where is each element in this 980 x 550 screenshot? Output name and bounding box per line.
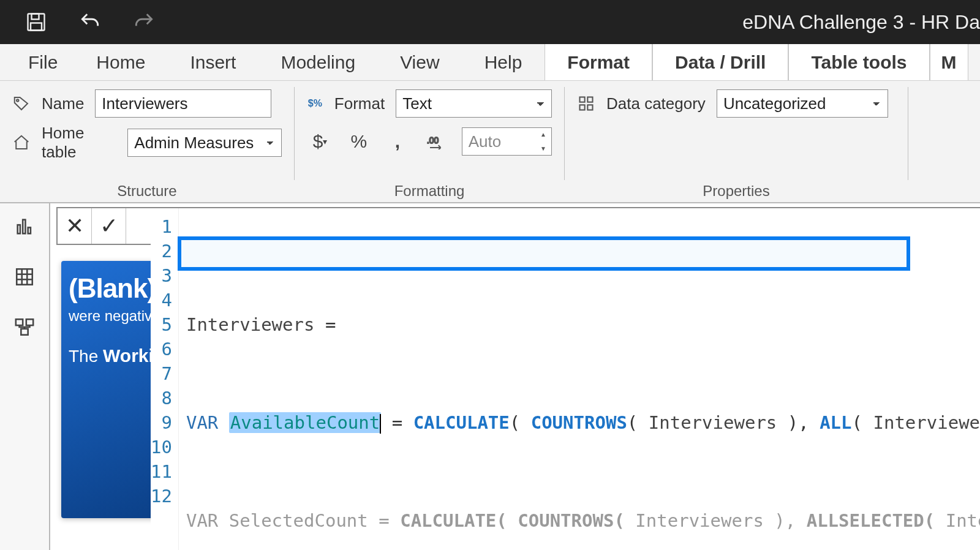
format-field: $% Format Text	[307, 89, 552, 118]
data-category-select[interactable]: Uncategorized	[717, 89, 888, 118]
group-label-properties: Properties	[565, 183, 908, 200]
code-line-2[interactable]: VAR AvailableCount = CALCULATE( COUNTROW…	[186, 410, 980, 435]
svg-rect-2	[31, 23, 42, 31]
decimals-spinbox[interactable]: Auto ▲▼	[462, 127, 552, 156]
workspace: (Blank) were negativ The Worki ✕ ✓ 12345…	[0, 203, 980, 550]
tab-data-drill[interactable]: Data / Drill	[652, 44, 788, 80]
svg-rect-13	[16, 319, 23, 325]
highlight-box	[178, 236, 910, 271]
view-rail	[0, 203, 50, 550]
titlebar: eDNA Challenge 3 - HR Da	[0, 0, 980, 44]
tab-truncated[interactable]: M	[930, 44, 968, 80]
measure-name-field: Name	[12, 89, 282, 118]
tab-file[interactable]: File	[12, 44, 74, 80]
ribbon-group-structure: Name Home table Admin Measures Structure	[0, 81, 294, 202]
ribbon-tabs: File Home Insert Modeling View Help Form…	[0, 44, 980, 81]
canvas-area: (Blank) were negativ The Worki ✕ ✓ 12345…	[50, 203, 980, 550]
line-number-gutter: 123456 789101112	[151, 208, 179, 550]
home-table-label: Home table	[42, 124, 116, 162]
svg-text:.00: .00	[427, 136, 439, 145]
formula-commit-button[interactable]: ✓	[92, 208, 126, 244]
decimals-value: Auto	[462, 132, 535, 151]
data-category-icon	[577, 94, 595, 113]
tab-insert[interactable]: Insert	[168, 44, 258, 80]
group-label-formatting: Formatting	[295, 183, 564, 200]
svg-point-3	[17, 99, 19, 102]
card-title: (Blank)	[69, 273, 164, 304]
svg-rect-12	[17, 269, 32, 285]
svg-rect-10	[23, 220, 25, 234]
svg-rect-11	[28, 227, 31, 233]
svg-rect-15	[21, 329, 28, 335]
formula-cancel-button[interactable]: ✕	[58, 208, 92, 244]
tab-home[interactable]: Home	[74, 44, 168, 80]
home-table-field: Home table Admin Measures	[12, 124, 282, 162]
code-line-3[interactable]: VAR SelectedCount = CALCULATE( COUNTROWS…	[186, 508, 980, 533]
currency-button[interactable]: $ ▾	[307, 128, 333, 155]
save-button[interactable]	[22, 8, 50, 36]
home-table-select[interactable]: Admin Measures	[127, 129, 282, 157]
window-title: eDNA Challenge 3 - HR Da	[742, 0, 980, 44]
tab-format[interactable]: Format	[545, 44, 652, 80]
format-icon: $%	[307, 94, 323, 113]
dax-editor[interactable]: 123456 789101112 Interviewers = VAR Avai…	[151, 207, 980, 550]
undo-button[interactable]	[76, 8, 104, 36]
redo-button[interactable]	[130, 8, 158, 36]
text-caret	[380, 414, 381, 434]
svg-rect-1	[32, 14, 39, 20]
tab-table-tools[interactable]: Table tools	[788, 44, 929, 80]
data-view-button[interactable]	[12, 265, 37, 289]
data-category-label: Data category	[606, 94, 706, 113]
percent-button[interactable]: %	[345, 128, 372, 155]
format-select[interactable]: Text	[396, 89, 552, 118]
tag-icon	[12, 94, 31, 113]
ribbon-group-properties: Data category Uncategorized Properties	[565, 81, 908, 202]
svg-rect-6	[587, 97, 592, 102]
group-label-structure: Structure	[0, 183, 294, 200]
ribbon-separator	[908, 87, 908, 180]
name-label: Name	[42, 94, 84, 113]
card-line1: were negativ	[69, 307, 164, 325]
name-input[interactable]	[95, 89, 271, 118]
ribbon-group-formatting: $% Format Text $ ▾ % , .00 Auto ▲▼ Forma…	[295, 81, 564, 202]
report-view-button[interactable]	[12, 214, 37, 239]
thousands-button[interactable]: ,	[384, 128, 410, 155]
ribbon: Name Home table Admin Measures Structure…	[0, 81, 980, 203]
data-category-field: Data category Uncategorized	[577, 89, 895, 118]
svg-rect-8	[587, 105, 592, 110]
code-lines[interactable]: Interviewers = VAR AvailableCount = CALC…	[179, 208, 980, 550]
svg-rect-7	[580, 105, 585, 110]
code-line-1[interactable]: Interviewers =	[186, 312, 980, 337]
number-format-buttons: $ ▾ % , .00 Auto ▲▼	[307, 127, 552, 156]
svg-rect-5	[580, 97, 585, 102]
card-line2: The Worki	[69, 345, 164, 366]
tab-view[interactable]: View	[378, 44, 462, 80]
svg-rect-9	[18, 225, 20, 233]
tab-help[interactable]: Help	[462, 44, 545, 80]
model-view-button[interactable]	[12, 315, 37, 339]
home-icon	[12, 134, 31, 152]
svg-rect-14	[26, 319, 33, 325]
decimal-button[interactable]: .00	[423, 128, 450, 155]
format-label: Format	[334, 94, 385, 113]
quick-access-toolbar	[22, 8, 158, 36]
tab-modeling[interactable]: Modeling	[258, 44, 378, 80]
